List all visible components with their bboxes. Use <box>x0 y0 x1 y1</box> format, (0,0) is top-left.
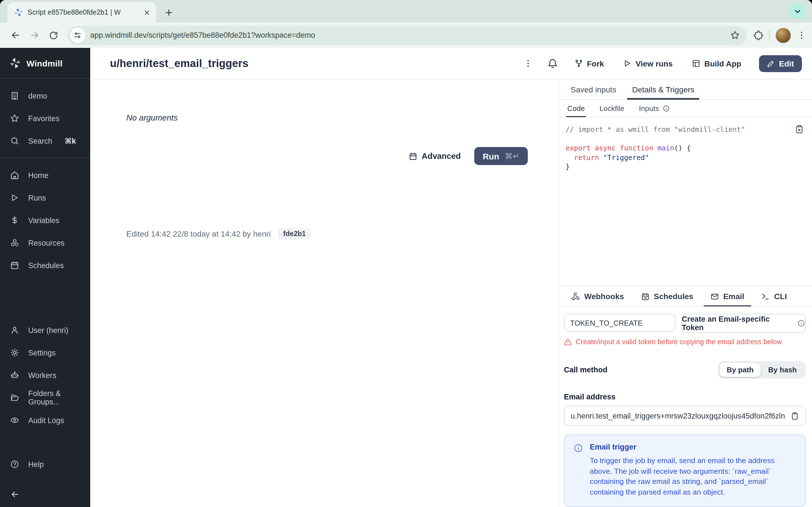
fork-button[interactable]: Fork <box>574 59 604 68</box>
edit-label: Edit <box>779 59 794 68</box>
code-line: export async function main() { <box>566 144 805 153</box>
bookmark-star-icon[interactable] <box>730 31 740 40</box>
token-input[interactable] <box>564 314 675 332</box>
sidebar-item-favorites[interactable]: Favorites <box>0 107 90 129</box>
sidebar-item-demo[interactable]: demo <box>0 84 90 107</box>
tune-icon <box>73 31 82 40</box>
info-body: To trigger the job by email, send an ema… <box>590 456 793 497</box>
play-icon <box>10 193 19 202</box>
page-header: u/henri/test_email_triggers ForkView run… <box>90 48 812 79</box>
new-tab-button[interactable] <box>164 8 174 17</box>
tab-lockfile[interactable]: Lockfile <box>598 100 625 117</box>
tab-inputs[interactable]: Inputs <box>638 100 671 117</box>
advanced-button[interactable]: Advanced <box>409 152 461 161</box>
sidebar-nav-group: HomeRunsVariablesResourcesSchedules <box>0 158 90 282</box>
edited-row: Edited 14:42 22/8 today at 14:42 by henr… <box>126 228 311 239</box>
sidebar-item-label: Schedules <box>28 261 64 270</box>
window-chevron-button[interactable] <box>790 4 805 18</box>
extensions-icon[interactable] <box>753 30 763 40</box>
tab-close-icon[interactable] <box>142 7 152 17</box>
view-runs-button[interactable]: View runs <box>623 59 673 68</box>
windmill-favicon-icon <box>14 8 23 17</box>
home-icon <box>10 171 19 180</box>
back-button[interactable] <box>7 27 24 44</box>
notifications-bell-icon[interactable] <box>547 58 557 68</box>
browser-menu-icon[interactable] <box>797 31 806 40</box>
call-method-label: Call method <box>564 365 608 374</box>
sidebar-workspace-group: demoFavoritesSearch⌘k <box>0 79 90 158</box>
url-text[interactable]: app.windmill.dev/scripts/get/e857be88e0f… <box>90 31 726 40</box>
sidebar-item-settings[interactable]: Settings <box>0 341 90 364</box>
trigger-tab-schedules[interactable]: Schedules <box>634 286 700 306</box>
sidebar-item-label: Variables <box>28 216 59 224</box>
token-warning-text: Create/input a valid token before copyin… <box>576 338 782 346</box>
alert-triangle-icon <box>564 338 572 346</box>
sidebar-item-schedules[interactable]: Schedules <box>0 254 90 277</box>
copy-email-icon[interactable] <box>791 411 799 420</box>
info-title: Email trigger <box>590 443 793 451</box>
brand-name: Windmill <box>27 58 63 68</box>
sidebar-item-runs[interactable]: Runs <box>0 186 90 209</box>
code-line: // import * as wmill from "windmill-clie… <box>566 125 805 134</box>
details-panel: Saved inputsDetails & Triggers CodeLockf… <box>558 79 812 507</box>
forward-button[interactable] <box>26 27 43 44</box>
build-app-button[interactable]: Build App <box>692 59 741 68</box>
sidebar-item-home[interactable]: Home <box>0 164 90 186</box>
sidebar-item-label: Folders & Groups... <box>28 389 80 406</box>
sidebar-item-audit-logs[interactable]: Audit Logs <box>0 409 90 432</box>
run-shortcut: ⌘↵ <box>505 152 519 161</box>
details-panel-tabs: Saved inputsDetails & Triggers <box>559 79 812 100</box>
code-line <box>566 134 805 144</box>
browser-tab[interactable]: Script e857be88e0fde2b1 | W <box>7 2 156 22</box>
trigger-tab-email[interactable]: Email <box>703 286 751 306</box>
eye-icon <box>10 416 19 425</box>
sidebar-brand[interactable]: Windmill <box>0 48 90 79</box>
webhook-icon <box>571 292 580 300</box>
trigger-tab-webhooks[interactable]: Webhooks <box>564 286 631 306</box>
sidebar-item-label: Audit Logs <box>28 416 64 425</box>
call-method-toggle: By path By hash <box>718 361 806 379</box>
sidebar-item-folders-groups[interactable]: Folders & Groups... <box>0 386 90 409</box>
script-hash-badge[interactable]: fde2b1 <box>278 228 311 239</box>
tab-code[interactable]: Code <box>566 100 586 117</box>
gear-icon <box>10 348 19 357</box>
site-settings-button[interactable] <box>70 27 85 43</box>
sidebar-item-search[interactable]: Search⌘k <box>0 129 90 152</box>
reload-button[interactable] <box>45 27 62 44</box>
more-options-button[interactable] <box>523 59 532 68</box>
by-hash-option[interactable]: By hash <box>761 363 804 377</box>
terminal-icon <box>761 292 770 300</box>
tab-saved-inputs[interactable]: Saved inputs <box>566 79 621 100</box>
code-lines: // import * as wmill from "windmill-clie… <box>566 125 805 172</box>
sidebar-item-label: Workers <box>28 371 56 379</box>
run-button[interactable]: Run ⌘↵ <box>474 147 528 165</box>
sidebar-item-label: Favorites <box>28 114 59 122</box>
browser-tabstrip: Script e857be88e0fde2b1 | W <box>0 0 812 22</box>
advanced-label: Advanced <box>422 152 461 161</box>
dollar-icon <box>10 216 19 225</box>
edit-button[interactable]: Edit <box>759 55 802 72</box>
email-address-field[interactable]: u.henri.test_email_triggers+mrsw23zlouxg… <box>564 406 806 426</box>
copy-code-icon[interactable] <box>795 124 804 134</box>
sidebar-item-workers[interactable]: Workers <box>0 364 90 386</box>
browser-toolbar: app.windmill.dev/scripts/get/e857be88e0f… <box>0 22 812 48</box>
sidebar-item-label: Runs <box>28 193 46 202</box>
url-bar[interactable]: app.windmill.dev/scripts/get/e857be88e0f… <box>68 25 747 45</box>
calendar-icon <box>409 152 417 160</box>
tab-details-triggers[interactable]: Details & Triggers <box>627 79 700 100</box>
sidebar-item-resources[interactable]: Resources <box>0 231 90 254</box>
token-warning: Create/input a valid token before copyin… <box>564 338 806 346</box>
trigger-tab-cli[interactable]: CLI <box>755 286 794 306</box>
tab-title: Script e857be88e0fde2b1 | W <box>28 8 137 16</box>
sidebar-item-variables[interactable]: Variables <box>0 209 90 231</box>
sidebar-collapse-button[interactable] <box>0 481 90 507</box>
email-trigger-info-box: Email trigger To trigger the job by emai… <box>564 434 806 507</box>
profile-avatar[interactable] <box>775 27 791 43</box>
create-token-button[interactable]: Create an Email-specific Token <box>681 314 806 333</box>
by-path-option[interactable]: By path <box>719 363 761 377</box>
sidebar-item-label: demo <box>28 92 47 100</box>
chevron-down-icon <box>793 7 802 15</box>
sidebar-item-user-henri[interactable]: User (henri) <box>0 319 90 341</box>
info-circle-icon <box>573 443 583 497</box>
sidebar-item-help[interactable]: Help <box>0 453 90 475</box>
